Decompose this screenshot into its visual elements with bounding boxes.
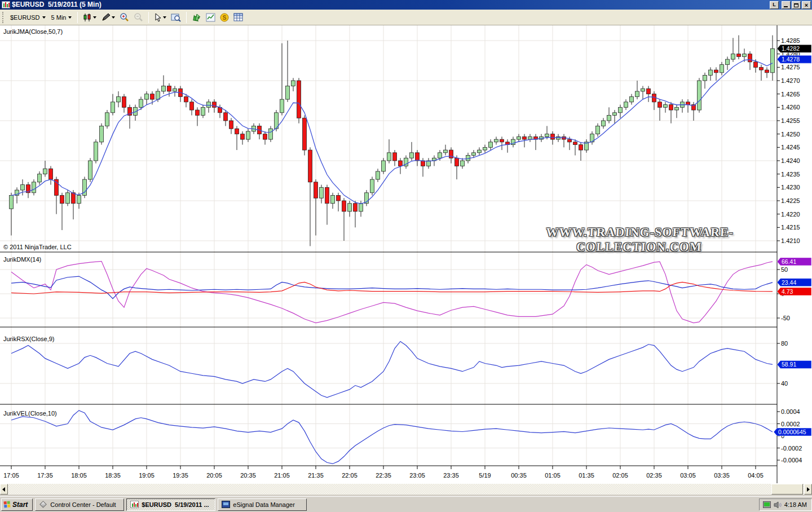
region-zoom-icon: [171, 13, 181, 22]
candle-body: [483, 147, 487, 150]
svg-text:S: S: [223, 15, 227, 21]
candle-body: [698, 81, 701, 110]
candle-body: [669, 105, 673, 110]
arrow-left-icon: [2, 487, 5, 492]
candle-body: [489, 142, 493, 147]
axis-label: 1.4265: [781, 91, 800, 98]
candle-body: [297, 81, 301, 118]
candle-body: [658, 102, 662, 107]
axis-label: 50: [781, 266, 788, 273]
tray-clock: 4:18 AM: [784, 501, 807, 508]
close-button[interactable]: ×: [802, 1, 811, 9]
zoom-out-button[interactable]: [131, 11, 145, 24]
system-tray: 4:18 AM: [759, 498, 812, 511]
candle-body: [568, 139, 572, 142]
candle-body: [731, 54, 735, 59]
price-tag-label: 58.91: [782, 361, 796, 368]
price-tag-label: 4.73: [782, 288, 793, 295]
panel-label-jma: JurikJMA(Close,50,7): [3, 28, 63, 35]
x-axis-label: 5/19: [479, 472, 491, 479]
candle-body: [607, 116, 611, 121]
x-axis-label: 01:05: [545, 472, 561, 479]
scroll-right-button[interactable]: [804, 484, 812, 495]
candle-body: [641, 89, 645, 91]
toolbar-separator: [77, 12, 78, 23]
candle-body: [596, 126, 600, 134]
close-icon: ×: [805, 2, 808, 8]
start-button[interactable]: Start: [1, 498, 33, 511]
candle-body: [196, 110, 200, 115]
axis-label: 1.4235: [781, 171, 800, 178]
network-icon[interactable]: [763, 501, 771, 508]
chart-trader-button[interactable]: [189, 11, 204, 24]
account-button[interactable]: S: [218, 11, 231, 24]
candle-body: [613, 113, 617, 116]
candle-body: [122, 96, 126, 107]
taskbar-item-chart[interactable]: $EURUSD 5/19/2011 ...: [126, 498, 215, 511]
speaker-icon[interactable]: [774, 501, 782, 509]
candle-body: [49, 169, 53, 179]
drawing-tools-button[interactable]: [99, 11, 117, 24]
candle-body: [325, 187, 329, 203]
toolbar-separator: [186, 12, 187, 23]
candle-body: [72, 193, 76, 204]
candle-body: [359, 204, 363, 211]
data-grid-button[interactable]: [231, 11, 245, 24]
x-axis-label: 20:35: [240, 472, 256, 479]
horizontal-scrollbar[interactable]: [0, 484, 812, 495]
restore-button[interactable]: [792, 1, 801, 9]
candle-body: [393, 153, 397, 161]
taskbar-item-control-center[interactable]: Control Center - Default: [35, 498, 124, 511]
candle-body: [280, 99, 284, 113]
x-axis-label: 03:05: [680, 472, 696, 479]
chevron-down-icon: [163, 16, 166, 19]
task-label: Control Center - Default: [50, 501, 116, 508]
candle-body: [60, 196, 64, 204]
candle-body: [314, 182, 318, 198]
candle-body: [89, 161, 92, 179]
scroll-left-button[interactable]: [0, 484, 8, 495]
x-axis-label: 02:35: [646, 472, 662, 479]
candle-body: [551, 134, 555, 139]
candle-body: [444, 150, 448, 153]
indicators-button[interactable]: [204, 11, 218, 24]
candlestick-icon: [83, 13, 92, 22]
candle-body: [224, 113, 228, 121]
axis-label: 1.4255: [781, 117, 800, 124]
candle-body: [703, 76, 707, 81]
candle-body: [500, 139, 504, 142]
candle-body: [664, 105, 668, 108]
link-button[interactable]: L: [770, 1, 779, 9]
toolbar-grip[interactable]: [2, 12, 4, 23]
instrument-selector[interactable]: $EURUSD: [7, 11, 48, 24]
axis-label: -50: [781, 315, 790, 321]
copyright-text: © 2011 NinjaTrader, LLC: [3, 244, 72, 250]
price-tag-label: 23.44: [782, 279, 796, 286]
price-tag-label: 1.4278: [782, 56, 800, 63]
candle-body: [720, 65, 724, 73]
candle-body: [66, 193, 70, 204]
task-label: $EURUSD 5/19/2011 ...: [142, 501, 209, 508]
candle-body: [528, 136, 532, 139]
candle-body: [320, 187, 324, 198]
scrollbar-thumb[interactable]: [771, 484, 803, 495]
candle-body: [765, 70, 769, 73]
candle-body: [737, 54, 741, 57]
candle-body: [94, 142, 98, 161]
cursor-button[interactable]: [152, 11, 169, 24]
app-icon[interactable]: [2, 1, 10, 8]
minimize-button[interactable]: [782, 1, 791, 9]
candle-body: [714, 70, 718, 73]
candle-body: [151, 94, 155, 99]
title-bar: $EURUSD 5/19/2011 (5 Min) L ×: [0, 0, 812, 10]
candle-body: [754, 62, 758, 67]
interval-selector[interactable]: 5 Min: [48, 11, 75, 24]
taskbar-item-esignal[interactable]: eSignal Data Manager: [218, 498, 307, 511]
region-zoom-button[interactable]: [169, 11, 183, 24]
jma-line: [11, 60, 773, 204]
axis-label: 1.4220: [781, 211, 800, 218]
zoom-in-button[interactable]: [117, 11, 131, 24]
chart-style-button[interactable]: [81, 11, 99, 24]
candle-body: [709, 70, 713, 75]
x-axis-label: 21:05: [274, 472, 290, 479]
